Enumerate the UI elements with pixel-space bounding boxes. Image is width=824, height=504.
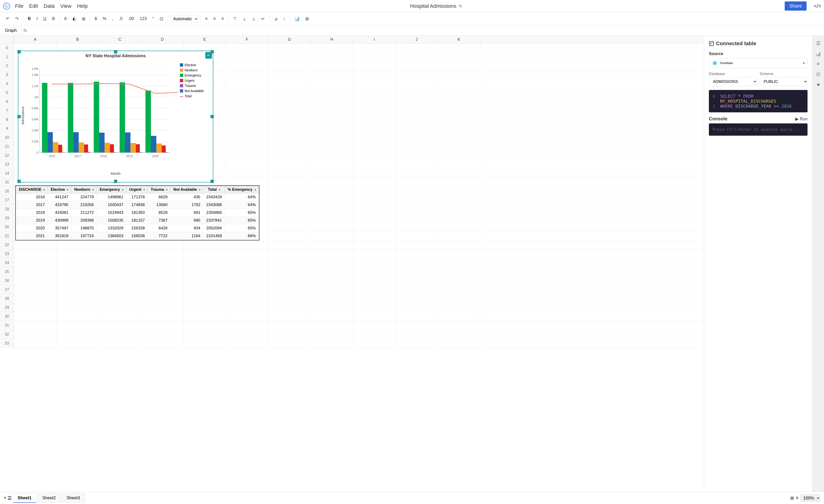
cell-21-8[interactable] [353, 231, 396, 240]
cell-33-9[interactable] [396, 339, 438, 347]
italic-button[interactable]: I [34, 15, 40, 22]
col-header-h[interactable]: H [311, 36, 353, 43]
resize-handle-tl[interactable] [17, 50, 21, 54]
menu-edit[interactable]: Edit [29, 3, 38, 9]
cell-23-0[interactable] [14, 249, 57, 258]
cell-33-7[interactable] [311, 339, 353, 347]
cell-31-2[interactable] [99, 321, 141, 330]
cell-21-6[interactable] [269, 231, 311, 240]
cell-31-8[interactable] [353, 321, 396, 330]
resize-handle-bm[interactable] [114, 180, 117, 183]
menu-file[interactable]: File [15, 3, 23, 9]
cell-31-10[interactable] [438, 321, 480, 330]
menu-view[interactable]: View [60, 3, 71, 9]
table-cell-1-6[interactable]: 1702 [171, 201, 203, 209]
col-header-e[interactable]: E [184, 36, 226, 43]
table-cell-1-5[interactable]: 13060 [148, 201, 171, 209]
cell-27-0[interactable] [14, 285, 57, 294]
table-cell-2-3[interactable]: 1524943 [97, 209, 126, 217]
resize-handle-bl[interactable] [17, 180, 21, 183]
col-header-not-available[interactable]: Not Available ▾ [171, 186, 203, 193]
cell-28-9[interactable] [396, 294, 438, 303]
cell-25-3[interactable] [141, 267, 184, 276]
col-header-a[interactable]: A [14, 36, 57, 43]
cell-27-9[interactable] [396, 285, 438, 294]
grid-view-button[interactable]: ⊞ [790, 496, 794, 501]
cell-3-10[interactable] [438, 71, 480, 79]
col-header-urgent[interactable]: Urgent ▾ [126, 186, 148, 193]
cell-32-5[interactable] [226, 330, 269, 339]
col-header-total[interactable]: Total ▾ [203, 186, 225, 193]
wrap-button[interactable]: ↵ [259, 15, 267, 23]
cell-10-8[interactable] [353, 133, 396, 142]
cell-33-6[interactable] [269, 339, 311, 347]
table-cell-1-1[interactable]: 433795 [48, 201, 71, 209]
cell-27-4[interactable] [184, 285, 226, 294]
cell-11-8[interactable] [353, 142, 396, 151]
cell-16-8[interactable] [353, 187, 396, 195]
cell-1-7[interactable] [311, 53, 353, 61]
table-cell-0-3[interactable]: 1498961 [97, 193, 126, 201]
cell-25-4[interactable] [184, 267, 226, 276]
sheet-tab-3[interactable]: Sheet3 [62, 493, 85, 503]
table-cell-1-0[interactable]: 2017 [16, 201, 48, 209]
table-cell-4-6[interactable]: 934 [171, 224, 203, 232]
cell-16-7[interactable] [311, 187, 353, 195]
cell-5-5[interactable] [226, 88, 269, 97]
cell-16-9[interactable] [396, 187, 438, 195]
cell-29-3[interactable] [141, 303, 184, 312]
cell-32-9[interactable] [396, 330, 438, 339]
cell-9-9[interactable] [396, 124, 438, 133]
side-icon-star[interactable]: ★ [816, 82, 820, 87]
table-cell-1-3[interactable]: 1500437 [97, 201, 126, 209]
valign-top-button[interactable]: ⊤ [231, 15, 239, 23]
cell-1-10[interactable] [438, 53, 480, 61]
cell-10-10[interactable] [438, 133, 480, 142]
table-cell-3-8[interactable]: 65% [225, 217, 259, 224]
underline-button[interactable]: U [41, 15, 48, 22]
table-cell-3-5[interactable]: 7367 [148, 217, 171, 224]
cell-4-10[interactable] [438, 79, 480, 88]
cell-32-3[interactable] [141, 330, 184, 339]
cell-15-9[interactable] [396, 178, 438, 187]
percent-button[interactable]: % [101, 15, 109, 22]
cell-25-8[interactable] [353, 267, 396, 276]
database-select[interactable]: ADMISSIONS [709, 77, 757, 86]
cell-22-3[interactable] [141, 240, 184, 249]
cell-4-9[interactable] [396, 79, 438, 88]
cell-18-6[interactable] [269, 205, 311, 213]
merge-button[interactable]: ⊡ [158, 15, 165, 23]
table-cell-0-4[interactable]: 171378 [126, 193, 148, 201]
cell-20-8[interactable] [353, 222, 396, 231]
cell-20-9[interactable] [396, 222, 438, 231]
cell-1-9[interactable] [396, 53, 438, 61]
cell-5-8[interactable] [353, 88, 396, 97]
cell-24-0[interactable] [14, 259, 57, 267]
cell-19-9[interactable] [396, 214, 438, 222]
cell-4-6[interactable] [269, 79, 311, 88]
table-cell-1-2[interactable]: 219256 [71, 201, 97, 209]
cell-32-8[interactable] [353, 330, 396, 339]
filter-button[interactable]: ⊿ [272, 15, 280, 23]
cell-15-6[interactable] [269, 178, 311, 187]
table-cell-5-3[interactable]: 1384503 [97, 232, 126, 240]
col-header-newborn[interactable]: Newborn ▾ [71, 186, 97, 193]
col-header-g[interactable]: G [269, 36, 311, 43]
cell-11-7[interactable] [311, 142, 353, 151]
menu-data[interactable]: Data [43, 3, 55, 9]
cell-32-10[interactable] [438, 330, 480, 339]
cell-2-10[interactable] [438, 62, 480, 70]
cell-9-7[interactable] [311, 124, 353, 133]
cell-28-6[interactable] [269, 294, 311, 303]
cell-2-6[interactable] [269, 62, 311, 70]
cell-32-2[interactable] [99, 330, 141, 339]
cell-25-9[interactable] [396, 267, 438, 276]
table-cell-1-8[interactable]: 64% [225, 201, 259, 209]
table-cell-4-3[interactable]: 1332029 [97, 224, 126, 232]
cell-24-6[interactable] [269, 259, 311, 267]
table-cell-0-5[interactable]: 6629 [148, 193, 171, 201]
cell-27-3[interactable] [141, 285, 184, 294]
cell-24-1[interactable] [57, 259, 99, 267]
cell-6-8[interactable] [353, 97, 396, 106]
table-cell-5-6[interactable]: 1164 [171, 232, 203, 240]
